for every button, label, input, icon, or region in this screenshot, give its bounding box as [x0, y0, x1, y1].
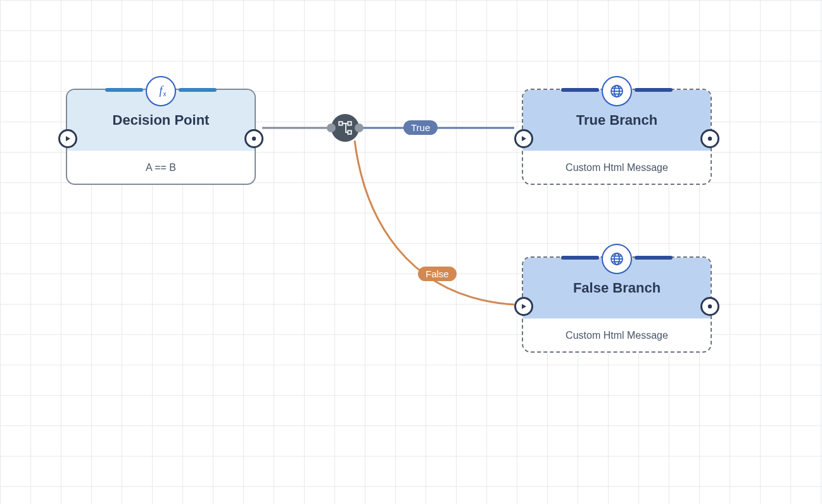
node-subtitle: Custom Html Message [566, 162, 668, 173]
edge-label-true[interactable]: True [403, 120, 438, 135]
node-expression: A == B [146, 162, 176, 173]
junction-node[interactable] [331, 114, 359, 142]
node-decision[interactable]: fx Decision Point A == B [66, 89, 256, 185]
edge-label-false[interactable]: False [418, 267, 457, 281]
svg-point-3 [252, 137, 256, 141]
node-accent-bar [105, 88, 143, 92]
junction-port[interactable] [327, 123, 336, 132]
port-in[interactable] [58, 129, 77, 148]
svg-rect-6 [348, 130, 351, 134]
junction-port[interactable] [355, 123, 364, 132]
svg-rect-4 [339, 122, 342, 125]
node-accent-bar [179, 88, 217, 92]
svg-marker-13 [522, 304, 526, 309]
port-in[interactable] [514, 297, 533, 316]
node-accent-bar [635, 88, 673, 92]
node-true-branch[interactable]: True Branch Custom Html Message [522, 89, 712, 185]
flow-canvas[interactable]: fx Decision Point A == B [0, 0, 822, 504]
branch-icon [337, 120, 353, 136]
port-in[interactable] [514, 129, 533, 148]
svg-marker-2 [66, 136, 70, 141]
globe-icon [602, 76, 632, 106]
fx-icon: fx [146, 76, 176, 106]
svg-point-10 [708, 137, 712, 141]
edges-layer [0, 0, 822, 504]
svg-text:x: x [163, 91, 167, 98]
node-accent-bar [635, 256, 673, 260]
globe-icon [602, 244, 632, 274]
node-accent-bar [561, 256, 599, 260]
port-out[interactable] [700, 129, 719, 148]
node-title: False Branch [573, 280, 661, 296]
node-accent-bar [561, 88, 599, 92]
node-subtitle: Custom Html Message [566, 330, 668, 341]
svg-rect-5 [348, 122, 351, 125]
svg-point-14 [708, 305, 712, 308]
port-out[interactable] [700, 297, 719, 316]
node-title: True Branch [576, 112, 657, 129]
svg-marker-9 [522, 136, 526, 141]
node-title: Decision Point [113, 112, 210, 129]
port-out[interactable] [244, 129, 263, 148]
node-false-branch[interactable]: False Branch Custom Html Message [522, 256, 712, 353]
